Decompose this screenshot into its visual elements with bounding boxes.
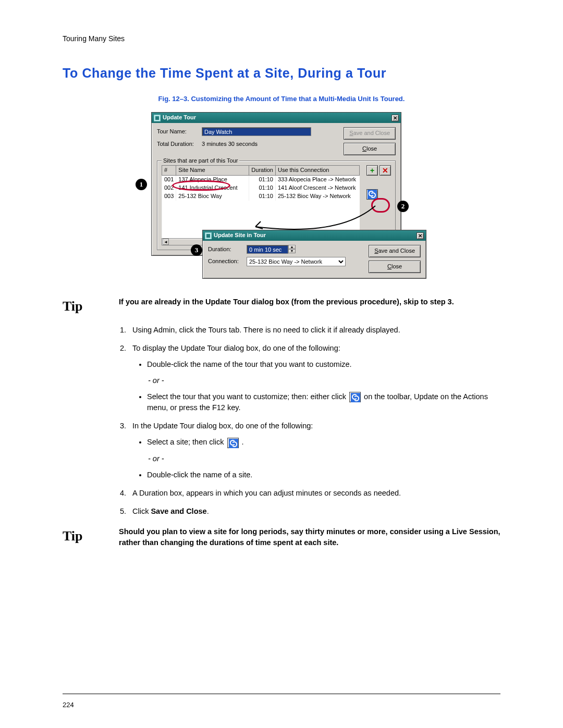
- update-tour-titlebar[interactable]: Update Tour ✕: [152, 113, 401, 123]
- close-icon[interactable]: ✕: [391, 115, 399, 121]
- update-toolbar-icon: [349, 392, 361, 402]
- spin-up-icon[interactable]: ▲: [288, 245, 296, 249]
- table-header: # Site Name Duration Use this Connection: [162, 166, 360, 176]
- update-tour-title: Update Tour: [163, 114, 196, 122]
- dialog-icon: [154, 115, 161, 121]
- tip-text: Should you plan to view a site for long …: [119, 526, 500, 548]
- duration-spinner[interactable]: 0 min 10 sec ▲▼: [247, 245, 296, 254]
- connection-select[interactable]: 25-132 Bioc Way -> Network: [247, 257, 346, 266]
- tip-text: If you are already in the Update Tour di…: [119, 297, 500, 316]
- step-3b: Double-click the name of a site.: [147, 470, 500, 480]
- update-icon[interactable]: [366, 189, 378, 200]
- update-icon: [227, 438, 239, 448]
- or-separator: - or -: [148, 453, 500, 464]
- footer-rule: [63, 694, 500, 694]
- or-separator: - or -: [148, 375, 500, 386]
- save-close-button[interactable]: Save and Close: [344, 127, 396, 140]
- close-button[interactable]: Close: [369, 261, 421, 273]
- groupbox-label: Sites that are part of this Tour: [162, 157, 239, 165]
- table-row[interactable]: 003 25-132 Bioc Way 01:10 25-132 Bioc Wa…: [162, 192, 360, 201]
- remove-icon[interactable]: ✕: [380, 165, 391, 176]
- duration-label: Duration:: [208, 245, 243, 254]
- close-button[interactable]: Close: [344, 143, 396, 155]
- add-icon[interactable]: +: [366, 165, 378, 176]
- step-2a: Double-click the name of the tour that y…: [147, 359, 500, 370]
- step-2: To display the Update Tour dialog box, d…: [128, 343, 500, 413]
- figure-caption: Fig. 12–3. Customizing the Amount of Tim…: [63, 94, 500, 104]
- save-close-button[interactable]: Save and Close: [369, 245, 421, 257]
- figure-area: Update Tour ✕ Tour Name: Day Watch Total…: [136, 112, 427, 284]
- annotation-badge-2: 2: [397, 201, 409, 212]
- page-heading: To Change the Time Spent at a Site, Duri…: [63, 64, 500, 82]
- step-2b: Select the tour that you want to customi…: [147, 391, 500, 413]
- running-head: Touring Many Sites: [63, 33, 500, 44]
- step-3: In the Update Tour dialog box, do one of…: [128, 421, 500, 480]
- tip-label: Tip: [63, 297, 115, 316]
- step-1: Using Admin, click the Tours tab. There …: [128, 325, 500, 336]
- table-row[interactable]: 002 141 Industrial Crescent 01:10 141 Al…: [162, 184, 360, 192]
- page-number: 224: [63, 700, 74, 710]
- tour-name-field[interactable]: Day Watch: [202, 127, 311, 136]
- tip-label: Tip: [63, 526, 115, 548]
- table-row[interactable]: 001 137 Alopecia Place 01:10 333 Alopeci…: [162, 176, 360, 184]
- connection-label: Connection:: [208, 257, 243, 266]
- close-icon[interactable]: ✕: [417, 232, 424, 239]
- update-site-dialog: Update Site in Tour ✕ Duration: 0 min 10…: [202, 230, 426, 279]
- total-duration-label: Total Duration:: [157, 140, 199, 149]
- total-duration-value: 3 minutes 30 seconds: [202, 140, 258, 149]
- update-site-titlebar[interactable]: Update Site in Tour ✕: [203, 230, 426, 241]
- step-3a: Select a site; then click .: [147, 437, 500, 448]
- tour-name-label: Tour Name:: [157, 128, 199, 136]
- procedure-steps: Using Admin, click the Tours tab. There …: [115, 325, 500, 517]
- dialog-icon: [205, 232, 212, 239]
- annotation-badge-1: 1: [136, 179, 147, 190]
- update-site-title: Update Site in Tour: [214, 231, 266, 240]
- step-4: A Duration box, appears in which you can…: [128, 488, 500, 499]
- sites-table: # Site Name Duration Use this Connection…: [162, 165, 360, 238]
- spin-down-icon[interactable]: ▼: [288, 249, 296, 253]
- step-5: Click Save and Close.: [128, 506, 500, 517]
